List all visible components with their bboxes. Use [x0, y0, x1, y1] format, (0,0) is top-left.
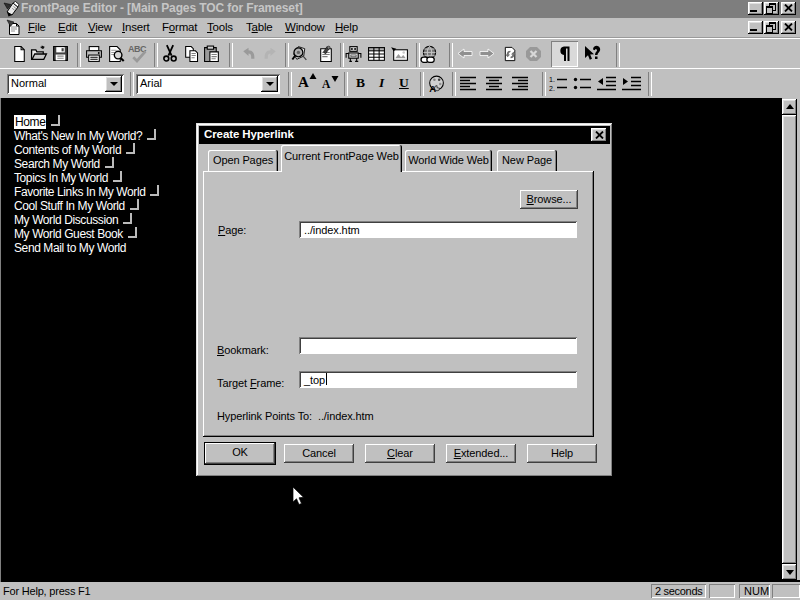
svg-text:2.: 2.: [549, 85, 555, 92]
svg-text:1.: 1.: [549, 76, 555, 83]
svg-text:A: A: [429, 83, 436, 94]
